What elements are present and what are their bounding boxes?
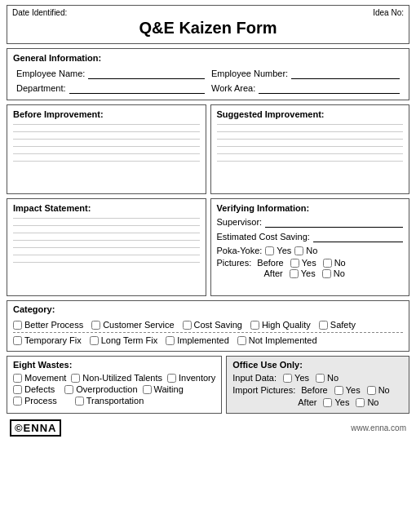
waste-non-utilized-checkbox[interactable]: [71, 374, 80, 383]
date-identified-label: Date Identified:: [12, 8, 67, 17]
category-temporary-fix-checkbox[interactable]: [13, 336, 22, 345]
category-implemented-checkbox[interactable]: [166, 336, 175, 345]
category-not-implemented[interactable]: Not Implemented: [237, 335, 317, 345]
eight-wastes-box: Eight Wastes: Movement Non-Utilized Tale…: [7, 356, 222, 414]
waste-row-2: Defects Overproduction Waiting: [13, 384, 215, 394]
import-before-no-label[interactable]: No: [367, 385, 390, 395]
category-customer-service[interactable]: Customer Service: [91, 320, 174, 330]
category-not-implemented-checkbox[interactable]: [237, 336, 246, 345]
cost-saving-input[interactable]: [313, 231, 403, 242]
pictures-before-yes-label[interactable]: Yes: [290, 258, 316, 268]
import-after-no-label[interactable]: No: [356, 397, 378, 407]
pictures-label: Pictures:: [217, 258, 252, 268]
input-data-yes-label[interactable]: Yes: [283, 373, 309, 383]
category-temporary-fix[interactable]: Temporary Fix: [13, 335, 82, 345]
pictures-before-no-checkbox[interactable]: [323, 259, 332, 268]
waste-defects-checkbox[interactable]: [13, 385, 22, 394]
pictures-after-no-label[interactable]: No: [322, 268, 345, 278]
pictures-before-yes-text: Yes: [302, 258, 316, 268]
waste-process-checkbox[interactable]: [13, 397, 22, 406]
page: Date Identified: Idea No: Q&E Kaizen For…: [0, 0, 416, 532]
waste-overproduction-checkbox[interactable]: [64, 385, 73, 394]
waste-movement[interactable]: Movement: [13, 373, 66, 383]
header-section: Date Identified: Idea No: Q&E Kaizen For…: [7, 5, 409, 44]
waste-movement-checkbox[interactable]: [13, 374, 22, 383]
input-data-no-label[interactable]: No: [316, 373, 339, 383]
pictures-section: Pictures: Before Yes No After Ye: [217, 258, 404, 278]
category-label: Category:: [13, 304, 403, 314]
category-safety[interactable]: Safety: [319, 320, 356, 330]
employee-name-label: Employee Name:: [16, 69, 85, 78]
employee-name-input[interactable]: [88, 68, 205, 79]
category-not-implemented-label: Not Implemented: [249, 335, 317, 345]
work-area-input[interactable]: [259, 82, 400, 94]
header-top: Date Identified: Idea No:: [12, 8, 404, 17]
category-better-process-checkbox[interactable]: [13, 321, 22, 330]
department-input[interactable]: [69, 82, 205, 94]
category-long-term-fix-label: Long Term Fix: [101, 335, 158, 345]
import-before-label: Before: [301, 385, 327, 395]
category-better-process-label: Better Process: [24, 320, 83, 330]
poka-yoke-label: Poka-Yoke:: [217, 246, 263, 255]
waste-transportation-label: Transportation: [86, 396, 144, 406]
eight-wastes-label: Eight Wastes:: [13, 360, 215, 370]
category-implemented[interactable]: Implemented: [166, 335, 229, 345]
waste-waiting-checkbox[interactable]: [143, 385, 152, 394]
employee-name-field: Employee Name:: [16, 68, 205, 79]
category-cost-saving-checkbox[interactable]: [183, 321, 192, 330]
pictures-before-no-label[interactable]: No: [323, 258, 346, 268]
waste-defects[interactable]: Defects: [13, 384, 55, 394]
input-data-yes-checkbox[interactable]: [283, 374, 292, 383]
category-safety-checkbox[interactable]: [319, 321, 328, 330]
pictures-after-yes-checkbox[interactable]: [290, 269, 299, 278]
employee-number-input[interactable]: [291, 68, 400, 79]
waste-non-utilized[interactable]: Non-Utilized Talents: [71, 373, 162, 383]
category-better-process[interactable]: Better Process: [13, 320, 83, 330]
category-high-quality-checkbox[interactable]: [250, 321, 259, 330]
category-high-quality-label: High Quality: [262, 320, 311, 330]
waste-movement-label: Movement: [24, 373, 66, 383]
supervisor-input[interactable]: [265, 216, 403, 228]
waste-transportation[interactable]: Transportation: [75, 396, 144, 406]
pictures-before-yes-checkbox[interactable]: [290, 259, 299, 268]
before-improvement-box: Before Improvement:: [7, 104, 206, 194]
impact-label: Impact Statement:: [13, 203, 200, 213]
import-after-no-checkbox[interactable]: [356, 398, 365, 407]
import-before-yes-checkbox[interactable]: [334, 386, 343, 395]
poka-yoke-no-label[interactable]: No: [294, 246, 317, 255]
category-long-term-fix-checkbox[interactable]: [90, 336, 99, 345]
waste-inventory[interactable]: Inventory: [167, 373, 215, 383]
category-section: Category: Better Process Customer Servic…: [7, 300, 409, 352]
category-long-term-fix[interactable]: Long Term Fix: [90, 335, 158, 345]
input-data-no-text: No: [327, 373, 339, 383]
waste-process-label: Process: [24, 396, 57, 406]
poka-yoke-no-checkbox[interactable]: [294, 246, 303, 255]
waste-process[interactable]: Process: [13, 396, 57, 406]
category-high-quality[interactable]: High Quality: [250, 320, 311, 330]
pictures-after-no-checkbox[interactable]: [322, 269, 331, 278]
waste-waiting[interactable]: Waiting: [143, 384, 184, 394]
general-info-label: General Information:: [13, 53, 403, 63]
import-before-no-checkbox[interactable]: [367, 386, 376, 395]
waste-inventory-checkbox[interactable]: [167, 374, 176, 383]
before-label: Before: [257, 258, 283, 268]
category-cost-saving[interactable]: Cost Saving: [183, 320, 242, 330]
waste-waiting-label: Waiting: [154, 384, 184, 394]
before-lines: [13, 124, 200, 162]
import-after-yes-checkbox[interactable]: [323, 398, 332, 407]
input-data-no-checkbox[interactable]: [316, 374, 325, 383]
import-before-yes-text: Yes: [346, 385, 361, 395]
waste-overproduction[interactable]: Overproduction: [64, 384, 137, 394]
import-before-yes-label[interactable]: Yes: [334, 385, 361, 395]
import-after-yes-label[interactable]: Yes: [323, 397, 349, 407]
pictures-after-yes-label[interactable]: Yes: [290, 268, 316, 278]
pictures-after-yes-text: Yes: [301, 268, 316, 278]
poka-yoke-yes-label[interactable]: Yes: [265, 246, 291, 255]
category-customer-service-checkbox[interactable]: [91, 321, 100, 330]
poka-yoke-yes-checkbox[interactable]: [265, 246, 274, 255]
category-bottom-row: Temporary Fix Long Term Fix Implemented …: [13, 332, 403, 348]
import-after-label: After: [298, 397, 316, 407]
waste-transportation-checkbox[interactable]: [75, 397, 84, 406]
category-cost-saving-label: Cost Saving: [194, 320, 242, 330]
impact-box: Impact Statement:: [7, 198, 206, 296]
